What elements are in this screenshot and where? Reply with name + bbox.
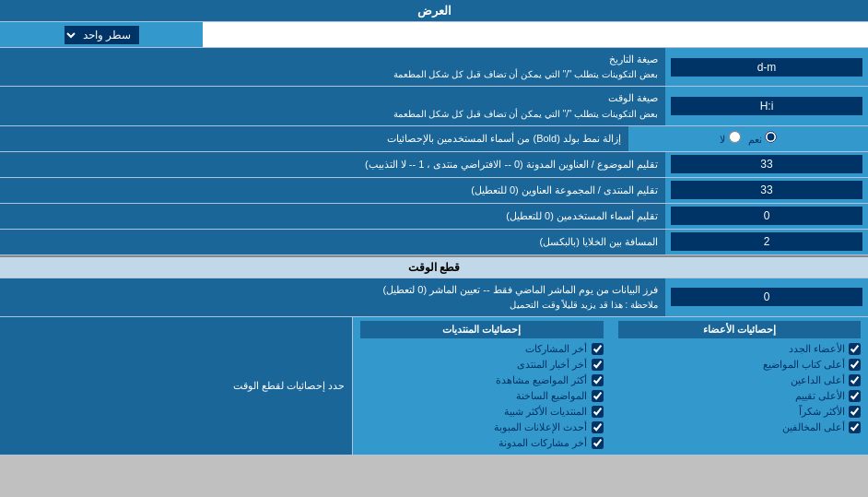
row-date-format: صيغة التاريخ بعض التكوينات يتطلب "/" الت…	[0, 48, 868, 87]
single-line-select[interactable]: سطر واحد سطرين ثلاثة أسطر	[65, 26, 139, 44]
time-format-field[interactable]	[671, 97, 862, 115]
bold-yes-label: نعم	[748, 131, 777, 146]
time-format-title: صيغة الوقت	[393, 91, 658, 105]
checkbox-most-thanked-label: الأكثر شكراً	[799, 406, 845, 418]
checkbox-most-thanked[interactable]	[849, 406, 861, 418]
checkbox-hot-topics[interactable]	[592, 390, 604, 402]
checkbox-hot-topics-label: المواضيع الساخنة	[516, 390, 587, 402]
checkbox-top-writers[interactable]	[849, 359, 861, 371]
row-trim-users: تقليم أسماء المستخدمين (0 للتعطيل)	[0, 204, 868, 230]
realtime-filter-field[interactable]	[671, 288, 862, 306]
date-format-title: صيغة التاريخ	[393, 53, 658, 66]
checkbox-blog-posts[interactable]	[592, 437, 604, 449]
realtime-filter-note: ملاحظة : هذا قد يزيد قليلاً وقت التحميل	[383, 299, 658, 312]
trim-topics-input-wrapper	[665, 152, 868, 177]
checkbox-new-members-label: الأعضاء الجدد	[789, 343, 845, 355]
trim-users-label: تقليم أسماء المستخدمين (0 للتعطيل)	[0, 204, 665, 229]
trim-forum-input-wrapper	[665, 178, 868, 203]
checkbox-item-classifieds: أحدث الإعلانات المبوبة	[360, 420, 604, 435]
checkbox-item-top-inviters: أعلى الداعين	[618, 373, 862, 388]
checkbox-similar-forums-label: المنتديات الأكثر شبية	[504, 406, 587, 418]
date-format-input-wrapper	[665, 48, 868, 86]
cell-spacing-field[interactable]	[671, 232, 862, 251]
checkbox-item-most-thanked: الأكثر شكراً	[618, 404, 862, 420]
date-format-field[interactable]	[671, 58, 862, 77]
stats-section: حدد إحصائيات لقطع الوقت إحصائيات المنتدي…	[0, 317, 868, 456]
bold-no-label: لا	[720, 131, 740, 146]
trim-forum-field[interactable]	[671, 181, 862, 199]
trim-users-input-wrapper	[665, 204, 868, 229]
trim-topics-field[interactable]	[671, 155, 862, 173]
checkbox-forum-news[interactable]	[592, 359, 604, 371]
date-format-label: صيغة التاريخ بعض التكوينات يتطلب "/" الت…	[0, 48, 665, 86]
checkbox-last-posts-label: أخر المشاركات	[525, 343, 587, 355]
checkbox-item-most-viewed: أكثر المواضيع مشاهدة	[360, 373, 604, 388]
bold-remove-input: نعم لا	[628, 126, 868, 151]
bold-radio-group: نعم لا	[720, 131, 776, 146]
realtime-section-header: قطع الوقت	[0, 255, 868, 278]
checkbox-item-forum-news: أخر أخبار المنتدى	[360, 357, 604, 373]
time-format-label: صيغة الوقت بعض التكوينات يتطلب "/" التي …	[0, 87, 665, 124]
checkbox-top-warned-label: أعلى المخالفين	[782, 421, 845, 433]
row-cell-spacing: المسافة بين الخلايا (بالبكسل)	[0, 230, 868, 255]
checkbox-item-blog-posts: أخر مشاركات المدونة	[360, 435, 604, 451]
trim-forum-label: تقليم المنتدى / المجموعة العناوين (0 للت…	[0, 178, 665, 203]
row-trim-forum: تقليم المنتدى / المجموعة العناوين (0 للت…	[0, 178, 868, 204]
trim-users-field[interactable]	[671, 207, 862, 225]
bold-yes-radio[interactable]	[765, 131, 777, 143]
checkbox-item-top-writers: أعلى كتاب المواضيع	[618, 357, 862, 373]
checkbox-top-rated-label: الأعلى تقييم	[795, 390, 845, 402]
row-time-format: صيغة الوقت بعض التكوينات يتطلب "/" التي …	[0, 87, 868, 125]
bold-no-radio[interactable]	[729, 131, 741, 143]
checkbox-item-new-members: الأعضاء الجدد	[618, 341, 862, 357]
checkbox-new-members[interactable]	[849, 343, 861, 355]
row-realtime-filter: فرز البيانات من يوم الماشر الماضي فقط --…	[0, 278, 868, 317]
checkbox-most-viewed[interactable]	[592, 374, 604, 386]
checkbox-item-last-posts: أخر المشاركات	[360, 341, 604, 357]
realtime-title: قطع الوقت	[408, 261, 460, 274]
checkbox-last-posts[interactable]	[592, 343, 604, 355]
checkbox-item-top-warned: أعلى المخالفين	[618, 420, 862, 435]
checkbox-item-similar-forums: المنتديات الأكثر شبية	[360, 404, 604, 420]
realtime-filter-title: فرز البيانات من يوم الماشر الماضي فقط --…	[383, 283, 658, 297]
checkbox-item-hot-topics: المواضيع الساخنة	[360, 388, 604, 404]
checkbox-col-forums: إحصائيات المنتديات أخر المشاركات أخر أخب…	[352, 317, 611, 455]
realtime-filter-input-wrapper	[665, 278, 868, 316]
single-line-input[interactable]: سطر واحد سطرين ثلاثة أسطر	[0, 22, 203, 47]
checkbox-top-inviters[interactable]	[849, 374, 861, 386]
stats-limit-label: حدد إحصائيات لقطع الوقت	[0, 317, 352, 455]
row-bold-remove: إزالة نمط بولد (Bold) من أسماء المستخدمي…	[0, 126, 868, 152]
checkbox-similar-forums[interactable]	[592, 406, 604, 418]
checkbox-classifieds-label: أحدث الإعلانات المبوبة	[494, 421, 587, 433]
checkbox-classifieds[interactable]	[592, 421, 604, 433]
time-format-note: بعض التكوينات يتطلب "/" التي يمكن أن تضا…	[393, 108, 658, 121]
cell-spacing-input-wrapper	[665, 230, 868, 254]
row-single-line: سطر واحد سطرين ثلاثة أسطر	[0, 22, 868, 48]
date-format-note: بعض التكوينات يتطلب "/" التي يمكن أن تضا…	[393, 68, 658, 81]
checkbox-top-warned[interactable]	[849, 421, 861, 433]
checkbox-columns: إحصائيات المنتديات أخر المشاركات أخر أخب…	[352, 317, 868, 455]
checkbox-item-top-rated: الأعلى تقييم	[618, 388, 862, 404]
page-header: العرض	[0, 0, 868, 22]
checkbox-top-inviters-label: أعلى الداعين	[791, 374, 845, 386]
time-format-input-wrapper	[665, 87, 868, 124]
trim-topics-label: تقليم الموضوع / العناوين المدونة (0 -- ا…	[0, 152, 665, 177]
checkbox-col-members: إحصائيات الأعضاء الأعضاء الجدد أعلى كتاب…	[611, 317, 869, 455]
forums-col-header: إحصائيات المنتديات	[360, 321, 604, 338]
row-trim-topics: تقليم الموضوع / العناوين المدونة (0 -- ا…	[0, 152, 868, 178]
stats-limit-text: حدد إحصائيات لقطع الوقت	[233, 380, 345, 392]
checkbox-top-rated[interactable]	[849, 390, 861, 402]
bold-remove-label: إزالة نمط بولد (Bold) من أسماء المستخدمي…	[0, 126, 628, 151]
members-col-header: إحصائيات الأعضاء	[618, 321, 862, 338]
checkbox-blog-posts-label: أخر مشاركات المدونة	[499, 437, 587, 449]
checkbox-forum-news-label: أخر أخبار المنتدى	[517, 359, 587, 371]
cell-spacing-label: المسافة بين الخلايا (بالبكسل)	[0, 230, 665, 254]
checkbox-most-viewed-label: أكثر المواضيع مشاهدة	[496, 374, 587, 386]
header-title: العرض	[417, 4, 452, 18]
checkbox-top-writers-label: أعلى كتاب المواضيع	[763, 359, 845, 371]
realtime-filter-label: فرز البيانات من يوم الماشر الماضي فقط --…	[0, 278, 665, 316]
